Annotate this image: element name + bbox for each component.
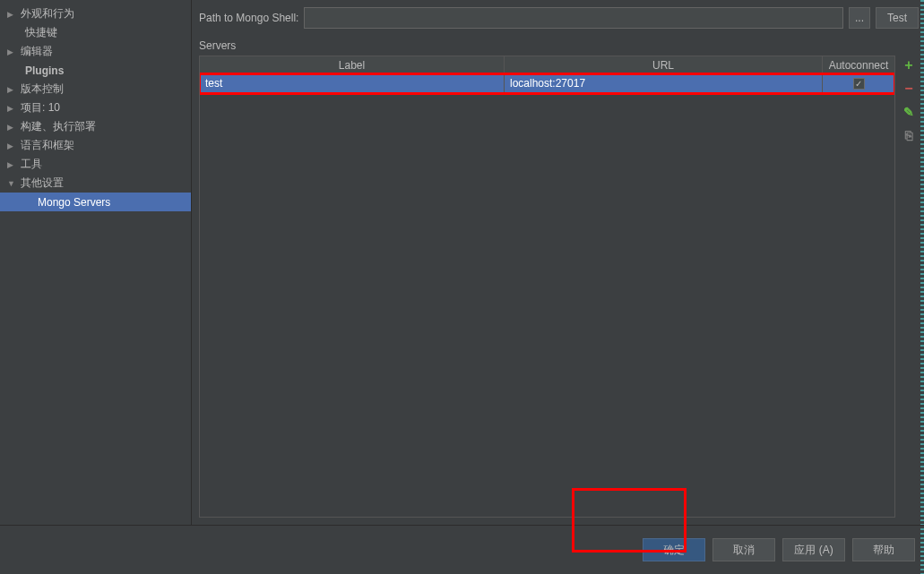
- chevron-down-icon: [7, 179, 18, 188]
- table-row[interactable]: test localhost:27017 ✓: [200, 74, 894, 92]
- sidebar-item-editor[interactable]: 编辑器: [0, 42, 191, 61]
- add-icon[interactable]: +: [901, 57, 917, 73]
- copy-icon[interactable]: ⎘: [901, 127, 917, 143]
- test-button[interactable]: Test: [876, 7, 919, 29]
- sidebar-item-build[interactable]: 构建、执行部署: [0, 117, 191, 136]
- cell-label: test: [200, 74, 505, 92]
- cell-autoconnect: ✓: [823, 74, 894, 92]
- chevron-right-icon: [7, 123, 18, 132]
- mongo-shell-path-input[interactable]: [304, 7, 843, 29]
- chevron-right-icon: [7, 160, 18, 169]
- sidebar-item-languages[interactable]: 语言和框架: [0, 136, 191, 155]
- settings-sidebar: 外观和行为 快捷键 编辑器 Plugins 版本控制 项目: 10 构建、执行部…: [0, 0, 192, 525]
- table-toolbar: + − ✎ ⎘: [901, 56, 919, 518]
- dialog-footer: 确定 取消 应用 (A) 帮助: [0, 525, 924, 574]
- cell-url: localhost:27017: [505, 74, 823, 92]
- sidebar-item-tools[interactable]: 工具: [0, 155, 191, 174]
- sidebar-item-keymap[interactable]: 快捷键: [0, 23, 191, 42]
- column-header-autoconnect[interactable]: Autoconnect: [823, 56, 894, 73]
- chevron-right-icon: [7, 85, 18, 94]
- cancel-button[interactable]: 取消: [712, 538, 775, 561]
- edit-icon[interactable]: ✎: [901, 104, 917, 120]
- servers-label: Servers: [199, 39, 919, 52]
- autoconnect-checkbox[interactable]: ✓: [853, 78, 865, 90]
- sidebar-item-project[interactable]: 项目: 10: [0, 99, 191, 117]
- browse-button[interactable]: ...: [849, 7, 870, 29]
- sidebar-item-plugins[interactable]: Plugins: [0, 61, 191, 80]
- column-header-url[interactable]: URL: [505, 56, 823, 73]
- servers-table: Label URL Autoconnect test localhost:270…: [199, 56, 895, 518]
- remove-icon[interactable]: −: [901, 81, 917, 97]
- chevron-right-icon: [7, 104, 18, 113]
- sidebar-item-other-settings[interactable]: 其他设置: [0, 174, 191, 193]
- chevron-right-icon: [7, 47, 18, 56]
- column-header-label[interactable]: Label: [200, 56, 505, 73]
- sidebar-item-appearance[interactable]: 外观和行为: [0, 4, 191, 23]
- content-panel: Path to Mongo Shell: ... Test Servers La…: [192, 0, 924, 525]
- sidebar-item-mongo-servers[interactable]: Mongo Servers: [0, 193, 191, 211]
- ok-button[interactable]: 确定: [643, 538, 705, 561]
- help-button[interactable]: 帮助: [852, 538, 915, 561]
- chevron-right-icon: [7, 10, 18, 19]
- path-label: Path to Mongo Shell:: [199, 12, 298, 24]
- chevron-right-icon: [7, 141, 18, 150]
- scroll-indicator: [920, 0, 924, 525]
- sidebar-item-version-control[interactable]: 版本控制: [0, 80, 191, 99]
- apply-button[interactable]: 应用 (A): [782, 538, 845, 561]
- table-header: Label URL Autoconnect: [200, 56, 894, 74]
